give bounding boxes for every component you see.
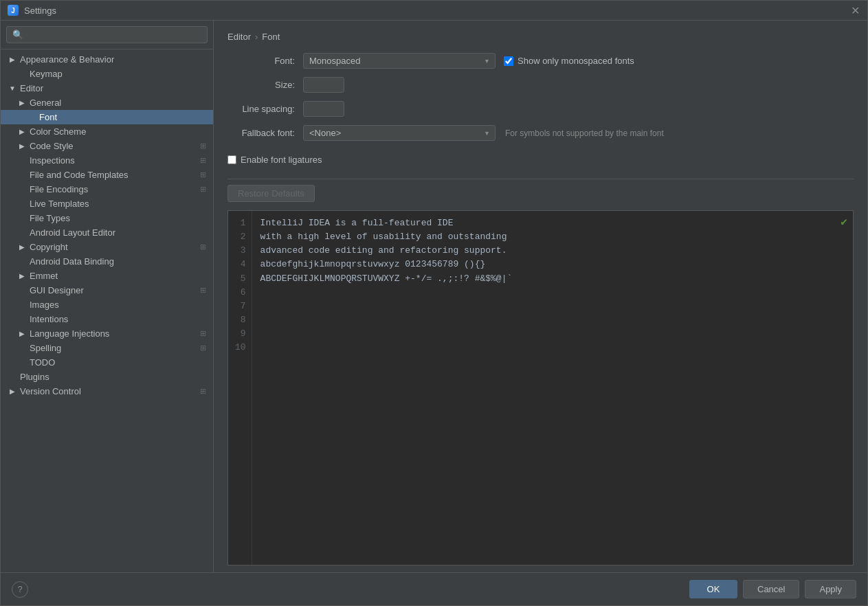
font-select[interactable]: MonospacedConsolasCourier NewDejaVu Sans… (309, 56, 489, 66)
sidebar-item-file-encodings[interactable]: File Encodings⊞ (1, 182, 213, 197)
code-line: abcdefghijklmnopqrstuvwxyz 0123456789 ()… (260, 258, 513, 271)
sidebar-label-todo: TODO (30, 357, 55, 368)
sidebar-label-file-types: File Types (30, 213, 70, 223)
fallback-select[interactable]: <None> (309, 128, 489, 138)
bottom-left: ? (12, 581, 28, 598)
ok-button[interactable]: OK (689, 580, 737, 598)
line-number: 2 (235, 230, 246, 244)
cancel-button[interactable]: Cancel (743, 580, 799, 598)
sidebar-item-inspections[interactable]: Inspections⊞ (1, 153, 213, 168)
title-bar: J Settings ✕ (1, 1, 867, 21)
sidebar-item-copyright[interactable]: ▶Copyright⊞ (1, 240, 213, 254)
sidebar-item-code-style[interactable]: ▶Code Style⊞ (1, 139, 213, 153)
settings-dialog: J Settings ✕ ▶Appearance & BehaviorKeyma… (0, 0, 868, 606)
ligature-checkbox[interactable] (227, 155, 236, 164)
code-line: IntelliJ IDEA is a full-featured IDE (260, 216, 513, 230)
sidebar-item-language-injections[interactable]: ▶Language Injections⊞ (1, 326, 213, 341)
sidebar-item-font[interactable]: Font (1, 110, 213, 124)
search-input[interactable] (6, 26, 208, 43)
sidebar-item-android-layout-editor[interactable]: Android Layout Editor (1, 225, 213, 240)
sidebar-label-spelling: Spelling (30, 343, 61, 353)
size-row: Size: 12 (227, 77, 854, 93)
copy-icon-file-encodings: ⊞ (200, 185, 206, 194)
sidebar-item-spelling[interactable]: Spelling⊞ (1, 341, 213, 355)
fallback-row: Fallback font: <None> For symbols not su… (227, 125, 854, 141)
sidebar-label-intentions: Intentions (30, 314, 68, 324)
bottom-bar: ? OK Cancel Apply (1, 572, 867, 605)
ligature-row: Enable font ligatures (227, 155, 854, 165)
fallback-label: Fallback font: (227, 128, 303, 138)
sidebar-label-keymap: Keymap (30, 69, 63, 79)
sidebar-label-language-injections: Language Injections (30, 328, 109, 339)
font-dropdown-wrapper: MonospacedConsolasCourier NewDejaVu Sans… (303, 53, 496, 69)
copy-icon-language-injections: ⊞ (200, 329, 206, 338)
monospaced-checkbox[interactable] (504, 56, 513, 66)
sidebar-item-file-code-templates[interactable]: File and Code Templates⊞ (1, 168, 213, 182)
sidebar-item-live-templates[interactable]: Live Templates (1, 197, 213, 211)
sidebar-item-appearance[interactable]: ▶Appearance & Behavior (1, 52, 213, 67)
size-input[interactable]: 12 (303, 77, 344, 93)
monospaced-checkbox-row: Show only monospaced fonts (504, 56, 634, 66)
line-spacing-input[interactable]: 1.0 (303, 101, 344, 117)
tree: ▶Appearance & BehaviorKeymap▼Editor▶Gene… (1, 49, 213, 572)
tree-arrow-code-style: ▶ (17, 142, 27, 151)
font-label: Font: (227, 56, 303, 66)
sidebar-item-version-control[interactable]: ▶Version Control⊞ (1, 384, 213, 399)
sidebar-label-android-data-binding: Android Data Binding (30, 256, 114, 267)
sidebar-label-copyright: Copyright (30, 242, 68, 252)
sidebar-label-general: General (30, 98, 61, 108)
ligature-label[interactable]: Enable font ligatures (227, 155, 322, 165)
line-number: 6 (235, 286, 246, 300)
sidebar-item-images[interactable]: Images (1, 298, 213, 312)
tree-arrow-copyright: ▶ (17, 243, 27, 252)
content-area: Editor › Font Font: MonospacedConsolasCo… (214, 21, 867, 572)
tree-arrow-version-control: ▶ (8, 387, 17, 396)
font-dropdown[interactable]: MonospacedConsolasCourier NewDejaVu Sans… (303, 53, 496, 69)
breadcrumb-parent[interactable]: Editor (227, 32, 251, 42)
fallback-dropdown-wrapper: <None> (303, 125, 496, 141)
sidebar-item-keymap[interactable]: Keymap (1, 67, 213, 81)
app-icon: J (8, 5, 19, 16)
sidebar-label-live-templates: Live Templates (30, 199, 89, 209)
close-button[interactable]: ✕ (849, 5, 860, 16)
copy-icon-inspections: ⊞ (200, 156, 206, 165)
monospaced-label[interactable]: Show only monospaced fonts (518, 56, 634, 66)
preview-line-numbers: 12345678910 (228, 211, 252, 565)
preview-area: ✔ 12345678910 IntelliJ IDEA is a full-fe… (227, 210, 854, 565)
sidebar-label-color-scheme: Color Scheme (30, 126, 86, 137)
sidebar-item-color-scheme[interactable]: ▶Color Scheme (1, 124, 213, 139)
sidebar-label-file-code-templates: File and Code Templates (30, 170, 129, 180)
sidebar-item-todo[interactable]: TODO (1, 355, 213, 370)
sidebar-item-emmet[interactable]: ▶Emmet (1, 269, 213, 283)
sidebar-item-editor[interactable]: ▼Editor (1, 81, 213, 96)
sidebar-label-emmet: Emmet (30, 271, 58, 281)
sidebar-item-intentions[interactable]: Intentions (1, 312, 213, 326)
help-button[interactable]: ? (12, 581, 28, 598)
copy-icon-copyright: ⊞ (200, 243, 206, 251)
line-number: 8 (235, 313, 246, 327)
sidebar-item-android-data-binding[interactable]: Android Data Binding (1, 254, 213, 269)
sidebar-item-gui-designer[interactable]: GUI Designer⊞ (1, 283, 213, 298)
sidebar-label-code-style: Code Style (30, 141, 74, 151)
dialog-title: Settings (24, 5, 849, 16)
sidebar-label-font: Font (39, 112, 57, 122)
restore-defaults-button[interactable]: Restore Defaults (227, 185, 315, 202)
preview-check-icon: ✔ (841, 215, 847, 229)
sidebar-label-appearance: Appearance & Behavior (20, 54, 114, 65)
sidebar-item-file-types[interactable]: File Types (1, 211, 213, 225)
tree-arrow-general: ▶ (17, 98, 27, 108)
code-line: with a high level of usability and outst… (260, 230, 513, 244)
apply-button[interactable]: Apply (805, 580, 856, 598)
tree-arrow-language-injections: ▶ (17, 329, 27, 339)
sidebar-item-plugins[interactable]: Plugins (1, 370, 213, 384)
line-spacing-row: Line spacing: 1.0 (227, 101, 854, 117)
sidebar-label-version-control: Version Control (20, 386, 81, 396)
copy-icon-version-control: ⊞ (200, 387, 206, 396)
search-bar (1, 21, 213, 49)
preview-code: IntelliJ IDEA is a full-featured IDEwith… (252, 211, 521, 565)
sidebar-item-general[interactable]: ▶General (1, 96, 213, 110)
breadcrumb-separator: › (255, 32, 258, 42)
tree-arrow-editor: ▼ (8, 84, 17, 93)
size-label: Size: (227, 80, 303, 90)
fallback-dropdown[interactable]: <None> (303, 125, 496, 141)
